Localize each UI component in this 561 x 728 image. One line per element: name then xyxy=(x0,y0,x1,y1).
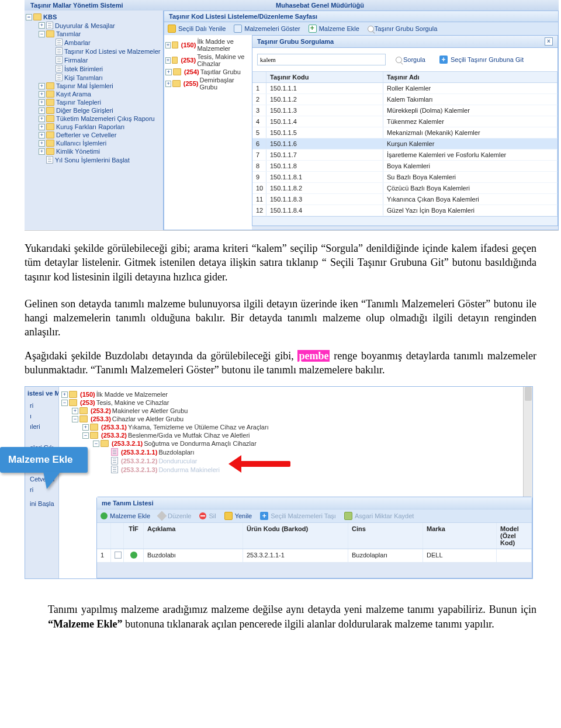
def-table-row[interactable]: 1 Buzdolabı 253.3.2.1.1-1 Buzdolapları D… xyxy=(97,549,532,562)
s2-tree-item[interactable]: (253.3.2.1.2) Dondurucular xyxy=(61,456,530,465)
grid-row[interactable]: 6150.1.1.6Kurşun Kalemler xyxy=(252,138,557,150)
grid-row[interactable]: 1150.1.1.1Roller Kalemler xyxy=(252,83,557,94)
toolbar-refresh[interactable]: Seçili Dalı Yenile xyxy=(168,25,226,33)
toggle-icon[interactable]: + xyxy=(39,108,45,114)
code-number: (150) xyxy=(80,391,95,398)
grid-row[interactable]: 2150.1.1.2Kalem Takımları xyxy=(252,94,557,105)
screenshot-app-2: istesi ve Malzemeler riıılerieleri Çıkap… xyxy=(25,386,533,579)
tree-item[interactable]: +Tüketim Malzemeleri Çıkış Raporu xyxy=(26,115,162,123)
grid-row[interactable]: 11150.1.1.8.3Yıkanınca Çıkan Boya Kaleml… xyxy=(252,194,557,205)
cell-code: 150.1.1.8.3 xyxy=(266,194,383,204)
scrollbar[interactable] xyxy=(523,387,532,504)
expand-icon[interactable]: + xyxy=(165,69,172,75)
tree-item[interactable]: +Kimlik Yönetimi xyxy=(26,147,162,155)
code-tree-item[interactable]: +(255) Demirbaşlar Grubu xyxy=(165,76,251,91)
toggle-icon[interactable]: + xyxy=(39,148,45,155)
tree-item[interactable]: +Diğer Belge Girişleri xyxy=(26,106,162,115)
expand-icon[interactable]: + xyxy=(165,81,171,87)
document-body-2: Tanımı yapılmış malzeme aradığımız malze… xyxy=(0,586,561,631)
tree-item[interactable]: Taşınır Kod Listesi ve Malzemeler xyxy=(26,47,162,56)
search-input[interactable] xyxy=(257,54,386,65)
def-move-button[interactable]: +Seçili Malzemeleri Taşı xyxy=(260,512,336,520)
definition-list-panel: me Tanım Listesi Malzeme Ekle Düzenle Si… xyxy=(96,497,532,578)
toggle-icon[interactable]: + xyxy=(39,140,45,147)
toolbar-add-material[interactable]: Malzeme Ekle xyxy=(309,25,359,33)
toggle-icon[interactable]: + xyxy=(39,116,45,122)
def-edit-button[interactable]: Düzenle xyxy=(158,512,191,519)
left-nav-tree[interactable]: − KBS +Duyurular & Mesajlar−TanımlarAmba… xyxy=(25,11,164,230)
s2-tree-item[interactable]: −(253.3) Cihazlar ve Aletler Grubu xyxy=(61,415,530,423)
def-add-button[interactable]: Malzeme Ekle xyxy=(101,512,150,519)
grid-row[interactable]: 7150.1.1.7İşaretleme Kalemleri ve Fosfor… xyxy=(252,150,557,161)
toggle-icon[interactable]: + xyxy=(82,424,89,431)
folder-icon xyxy=(172,41,178,48)
toggle-icon[interactable]: + xyxy=(72,408,78,414)
tree-item[interactable]: +Kullanıcı İşlemleri xyxy=(26,139,162,147)
tree-item[interactable]: Yıl Sonu İşlemlerini Başlat xyxy=(26,155,162,164)
grid-row[interactable]: 12150.1.1.8.4Güzel Yazı İçin Boya Kaleml… xyxy=(252,205,557,216)
toggle-icon[interactable]: + xyxy=(39,22,45,29)
s2-tree-item[interactable]: +(253.2) Makineler ve Aletler Grubu xyxy=(61,407,530,415)
s2-tree-item[interactable]: −(253) Tesis, Makine ve Cihazlar xyxy=(61,398,530,407)
tree-item[interactable]: +Duyurular & Mesajlar xyxy=(26,21,162,30)
tree-item[interactable]: +Taşınır Mal İşlemleri xyxy=(26,82,162,90)
tree-item[interactable]: +Defterler ve Cetveller xyxy=(26,131,162,139)
tree-item[interactable]: İstek Birimleri xyxy=(26,64,162,73)
tree-item[interactable]: Kişi Tanımları xyxy=(26,73,162,82)
grid-row[interactable]: 3150.1.1.3Mürekkepli (Dolma) Kalemler xyxy=(252,105,557,116)
scrollbar-thumb[interactable] xyxy=(525,387,532,401)
s2-tree-item[interactable]: +(253.3.1) Yıkama, Temizleme ve Ütüleme … xyxy=(61,423,530,431)
grid-row[interactable]: 10150.1.1.8.2Çözücü Bazlı Boya Kalemleri xyxy=(252,183,557,194)
go-to-group-button[interactable]: +Seçili Taşınır Grubuna Git xyxy=(435,54,528,65)
delete-icon xyxy=(199,512,206,519)
grid-row[interactable]: 8150.1.1.8Boya Kalemleri xyxy=(252,161,557,172)
toggle-icon[interactable]: + xyxy=(39,91,45,98)
s2-tree-item[interactable]: (253.3.2.1.1) Buzdolapları xyxy=(61,448,530,456)
tree-item[interactable]: Firmalar xyxy=(26,56,162,64)
toggle-icon[interactable]: + xyxy=(61,391,68,398)
row-checkbox[interactable] xyxy=(115,552,122,559)
tree-item[interactable]: Ambarlar xyxy=(26,38,162,47)
tree-item[interactable]: +Taşınır Talepleri xyxy=(26,98,162,106)
toolbar-query-group[interactable]: Taşınır Grubu Sorgula xyxy=(368,25,438,32)
toggle-icon[interactable]: − xyxy=(39,31,45,37)
tree-item[interactable]: +Kayıt Arama xyxy=(26,90,162,98)
def-refresh-button[interactable]: Yenile xyxy=(224,512,252,520)
code-tree[interactable]: +(150) İlk Madde ve Malzemeler+(253) Tes… xyxy=(164,35,252,230)
folder-icon xyxy=(46,140,54,147)
s2-code-tree[interactable]: +(150) İlk Madde ve Malzemeler−(253) Tes… xyxy=(59,387,532,477)
toggle-icon[interactable]: + xyxy=(39,124,45,130)
code-tree-item[interactable]: +(150) İlk Madde ve Malzemeler xyxy=(165,37,251,53)
collapse-icon[interactable]: − xyxy=(26,14,32,20)
toggle-icon[interactable]: − xyxy=(72,416,78,422)
toggle-icon[interactable]: + xyxy=(39,132,45,138)
s2-tree-item[interactable]: −(253.3.2) Beslenme/Gıda ve Mutfak Cihaz… xyxy=(61,431,530,439)
toggle-icon[interactable]: + xyxy=(39,83,45,89)
code-tree-item[interactable]: +(254) Taşıtlar Grubu xyxy=(165,68,251,76)
s2-tree-item[interactable]: (253.3.2.1.3) Dondurma Makineleri xyxy=(61,465,530,474)
def-delete-button[interactable]: Sil xyxy=(199,512,216,519)
s2-tree-item[interactable]: +(150) İlk Madde ve Malzemeler xyxy=(61,390,530,398)
code-tree-item[interactable]: +(253) Tesis, Makine ve Cihazlar xyxy=(165,53,251,68)
toggle-icon[interactable]: − xyxy=(93,441,99,447)
tree-item[interactable]: +Kuruş Farkları Raporları xyxy=(26,123,162,131)
def-min-button[interactable]: Asgari Miktar Kaydet xyxy=(344,512,414,520)
toggle-icon[interactable]: − xyxy=(82,432,89,439)
expand-icon[interactable]: + xyxy=(165,42,171,48)
toggle-icon[interactable]: + xyxy=(39,99,45,106)
grid-row[interactable]: 5150.1.1.5Mekanizmalı (Mekanik) Kalemler xyxy=(252,127,557,138)
folder-icon xyxy=(46,123,54,130)
grid-row[interactable]: 4150.1.1.4Tükenmez Kalemler xyxy=(252,116,557,127)
popup-close-button[interactable]: × xyxy=(545,37,553,46)
grid-row[interactable]: 9150.1.1.8.1Su Bazlı Boya Kalemleri xyxy=(252,172,557,183)
toggle-icon[interactable]: − xyxy=(61,400,68,406)
s2-tree-item[interactable]: −(253.3.2.1) Soğutma ve Dondurma Amaçlı … xyxy=(61,439,530,448)
document-body: Yukarıdaki şekilde görülebileceği gibi; … xyxy=(0,231,561,377)
left-fragment: ı xyxy=(27,411,56,421)
search-button[interactable]: Sorgula xyxy=(392,54,430,65)
toolbar-show-materials[interactable]: Malzemeleri Göster xyxy=(234,25,300,33)
group-query-popup: Taşınır Grubu Sorgulama × Sorgula +Seçil… xyxy=(252,35,558,226)
tree-item[interactable]: −Tanımlar xyxy=(26,30,162,38)
tree-root[interactable]: − KBS xyxy=(26,13,162,21)
expand-icon[interactable]: + xyxy=(165,57,171,64)
